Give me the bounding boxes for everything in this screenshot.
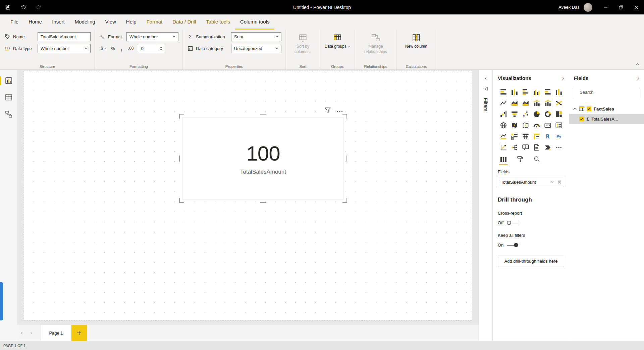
key-influencers-icon[interactable] — [499, 143, 508, 152]
stacked-column-chart-icon[interactable] — [510, 88, 519, 96]
100-stacked-column-chart-icon[interactable] — [554, 88, 563, 96]
table-checkbox-checked[interactable] — [587, 106, 591, 111]
data-groups-button[interactable]: Data groups — [324, 32, 351, 49]
resize-handle[interactable] — [260, 114, 266, 115]
pie-chart-icon[interactable] — [532, 110, 541, 119]
analytics-tab[interactable] — [533, 156, 541, 165]
resize-handle[interactable] — [179, 156, 180, 162]
tab-help[interactable]: Help — [121, 14, 142, 30]
r-script-visual-icon[interactable]: R — [543, 132, 552, 141]
map-icon[interactable] — [499, 121, 508, 130]
fields-tab[interactable] — [499, 157, 508, 165]
qa-visual-icon[interactable]: ? — [521, 143, 530, 152]
more-options-icon[interactable] — [337, 108, 343, 114]
collapse-ribbon-button[interactable] — [634, 61, 641, 67]
line-and-clustered-column-chart-icon[interactable] — [543, 99, 552, 107]
decomposition-tree-icon[interactable] — [510, 143, 519, 152]
funnel-chart-icon[interactable] — [510, 110, 519, 119]
field-well[interactable]: TotalSalesAmount — [498, 177, 564, 187]
drill-through-field-dropzone[interactable]: Add drill-through fields here — [498, 256, 564, 266]
sort-by-column-button[interactable]: Sort by column — [290, 32, 316, 54]
currency-format-button[interactable]: $ — [99, 44, 108, 53]
resize-handle[interactable] — [342, 114, 347, 119]
stacked-bar-chart-icon[interactable] — [499, 88, 508, 96]
data-type-dropdown[interactable]: Whole number — [38, 44, 91, 53]
exp-pane-icon[interactable] — [483, 86, 488, 92]
clustered-column-chart-icon[interactable] — [532, 88, 541, 96]
chevron-down-icon[interactable] — [550, 181, 554, 183]
new-page-button[interactable] — [71, 325, 87, 341]
ribbon-chart-icon[interactable] — [554, 99, 563, 107]
tab-view[interactable]: View — [100, 14, 121, 30]
visual-filter-icon[interactable] — [325, 107, 331, 114]
page-tab-page1[interactable]: Page 1 — [41, 325, 71, 341]
more-options-icon[interactable] — [554, 143, 563, 152]
filled-map-icon[interactable] — [510, 121, 519, 130]
scatter-chart-icon[interactable] — [521, 110, 530, 119]
resize-handle[interactable] — [342, 198, 347, 203]
data-category-dropdown[interactable]: Uncategorized — [231, 44, 281, 53]
decimal-places-button[interactable]: .00 — [126, 44, 136, 53]
table-row-factsales[interactable]: FactSales — [569, 104, 644, 114]
table-name[interactable]: FactSales — [594, 106, 614, 112]
stacked-area-chart-icon[interactable] — [521, 99, 530, 107]
tab-file[interactable]: File — [5, 14, 23, 30]
shape-map-icon[interactable] — [521, 121, 530, 130]
field-checkbox-checked[interactable] — [579, 117, 584, 121]
python-visual-icon[interactable]: Py — [554, 132, 563, 141]
restore-button[interactable] — [613, 0, 629, 14]
summarization-dropdown[interactable]: Sum — [231, 32, 281, 41]
manage-relationships-button[interactable]: Manage relationships — [359, 32, 392, 54]
slicer-icon[interactable] — [510, 132, 519, 141]
new-column-button[interactable]: New column — [401, 32, 432, 49]
format-tab[interactable] — [516, 156, 525, 165]
percent-format-button[interactable]: % — [109, 44, 117, 53]
cross-report-toggle[interactable] — [507, 221, 518, 225]
tab-table-tools[interactable]: Table tools — [201, 14, 235, 30]
tab-insert[interactable]: Insert — [47, 14, 70, 30]
next-page-arrow-icon[interactable]: › — [26, 330, 36, 336]
treemap-icon[interactable] — [554, 110, 563, 119]
line-and-stacked-column-chart-icon[interactable] — [532, 99, 541, 107]
100-stacked-bar-chart-icon[interactable] — [543, 88, 552, 96]
expand-filters-chevron-icon[interactable]: ‹ — [485, 75, 487, 81]
field-name[interactable]: TotalSalesA... — [591, 117, 618, 122]
resize-handle[interactable] — [346, 156, 347, 162]
previous-page-arrow-icon[interactable]: ‹ — [17, 330, 26, 336]
tab-home[interactable]: Home — [23, 14, 47, 30]
minimize-button[interactable] — [598, 0, 613, 14]
collapse-fields-chevron-icon[interactable]: › — [637, 75, 639, 81]
resize-handle[interactable] — [179, 198, 184, 203]
redo-button[interactable] — [31, 0, 46, 14]
avatar[interactable] — [584, 3, 592, 12]
resize-handle[interactable] — [260, 202, 266, 203]
report-page[interactable]: 100 TotalSalesAmount — [24, 71, 472, 321]
card-visual[interactable]: 100 TotalSalesAmount — [182, 117, 344, 200]
paginated-report-icon[interactable] — [532, 143, 541, 152]
tab-column-tools[interactable]: Column tools — [235, 14, 275, 30]
tab-data-drill[interactable]: Data / Drill — [167, 14, 201, 30]
area-chart-icon[interactable] — [510, 99, 519, 107]
tab-modeling[interactable]: Modeling — [70, 14, 100, 30]
kpi-icon[interactable] — [499, 132, 508, 141]
fields-search-box[interactable] — [574, 87, 639, 97]
thousands-separator-button[interactable]: , — [118, 44, 126, 53]
multi-row-card-icon[interactable] — [554, 121, 563, 130]
model-view-button[interactable] — [0, 107, 17, 122]
decimal-places-spinner[interactable]: 0 — [138, 44, 164, 53]
matrix-icon[interactable] — [532, 132, 541, 141]
card-icon[interactable]: 123 — [543, 121, 552, 130]
keep-all-filters-toggle[interactable] — [507, 243, 518, 248]
resize-handle[interactable] — [179, 114, 184, 119]
undo-button[interactable] — [15, 0, 31, 14]
data-view-button[interactable] — [0, 90, 17, 105]
close-button[interactable] — [629, 0, 644, 14]
donut-chart-icon[interactable] — [543, 110, 552, 119]
field-row-totalsalesamount[interactable]: Σ TotalSalesA... — [569, 114, 644, 124]
remove-field-icon[interactable] — [558, 180, 561, 184]
collapse-visualizations-chevron-icon[interactable]: › — [562, 75, 564, 81]
filters-pane-title[interactable]: Filters — [483, 98, 489, 112]
line-chart-icon[interactable] — [499, 99, 508, 107]
column-name-input[interactable] — [38, 32, 91, 41]
save-button[interactable] — [0, 0, 15, 14]
